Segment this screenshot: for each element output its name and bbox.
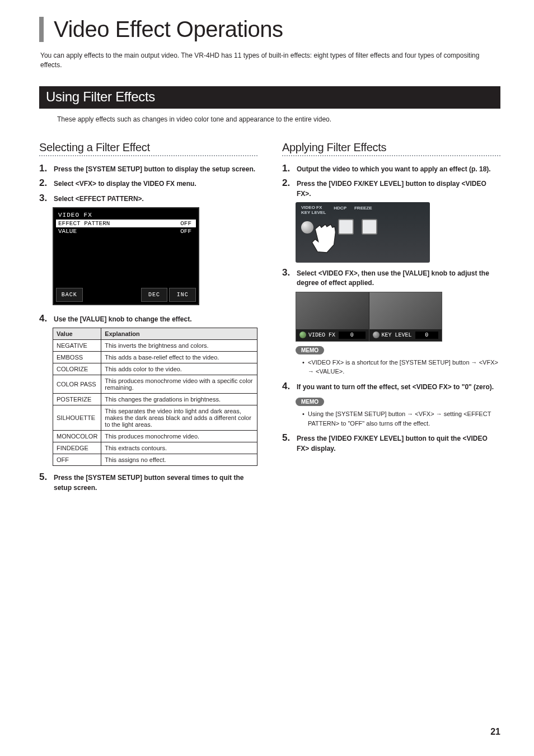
step-text: Press the [VIDEO FX/KEY LEVEL] button to…	[297, 434, 500, 454]
table-row: COLOR PASSThis produces monochrome video…	[53, 375, 257, 394]
menu-dec-button: DEC	[141, 288, 168, 302]
display-label: KEY LEVEL	[382, 332, 412, 338]
display-value: 0	[415, 332, 438, 339]
memo-badge: MEMO	[296, 346, 324, 354]
step-text: Press the [SYSTEM SETUP] button to displ…	[54, 165, 255, 174]
step-text: Press the [VIDEO FX/KEY LEVEL] button to…	[297, 179, 500, 199]
menu-row-value: OFF	[180, 220, 191, 227]
table-row: SILHOUETTEThis separates the video into …	[53, 405, 257, 431]
panel-label: HDCP	[334, 206, 346, 216]
table-cell-value: COLOR PASS	[53, 375, 101, 394]
intro-text: You can apply effects to the main output…	[40, 51, 500, 71]
menu-row-value: OFF	[180, 228, 191, 235]
table-cell-value: SILHOUETTE	[53, 405, 101, 431]
table-cell-value: FINDEDGE	[53, 442, 101, 454]
step-num: 3.	[282, 267, 292, 278]
step-num: 1.	[39, 163, 49, 174]
effects-table: Value Explanation NEGATIVEThis inverts t…	[53, 328, 257, 466]
th-explanation: Explanation	[101, 328, 257, 340]
menu-row-label: EFFECT PATTERN	[58, 220, 110, 227]
video-fx-display-screenshot: VIDEO FX0 KEY LEVEL0	[296, 292, 442, 342]
step-text: If you want to turn off the effect, set …	[297, 382, 494, 392]
table-row: FINDEDGEThis extracts contours.	[53, 442, 257, 454]
video-fx-menu-screenshot: VIDEO FX EFFECT PATTERNOFF VALUEOFF BACK…	[53, 207, 199, 305]
memo-badge: MEMO	[296, 398, 324, 406]
display-label: VIDEO FX	[308, 332, 335, 338]
table-cell-value: NEGATIVE	[53, 340, 101, 352]
page-number: 21	[490, 727, 500, 737]
table-cell-value: MONOCOLOR	[53, 431, 101, 442]
step-num: 2.	[39, 178, 49, 189]
menu-title: VIDEO FX	[56, 211, 196, 220]
divider	[39, 155, 257, 156]
step-text: Select <EFFECT PATTERN>.	[54, 194, 144, 204]
table-cell-explanation: This extracts contours.	[101, 442, 257, 454]
divider	[282, 155, 500, 156]
table-cell-value: OFF	[53, 454, 101, 466]
knob-icon	[299, 332, 306, 338]
table-row: POSTERIZEThis changes the gradations in …	[53, 394, 257, 405]
panel-label: FREEZE	[354, 206, 372, 216]
hand-pointer-icon	[303, 221, 343, 260]
table-row: NEGATIVEThis inverts the brightness and …	[53, 340, 257, 352]
step-text: Select <VIDEO FX>, then use the [VALUE] …	[297, 269, 500, 288]
table-cell-explanation: This inverts the brightness and colors.	[101, 340, 257, 352]
page-title: Video Effect Operations	[54, 17, 500, 42]
table-row: EMBOSSThis adds a base-relief effect to …	[53, 352, 257, 363]
table-cell-explanation: This produces monochrome video.	[101, 431, 257, 442]
heading-selecting: Selecting a Filter Effect	[39, 141, 257, 154]
table-row: COLORIZEThis adds color to the video.	[53, 363, 257, 375]
step-text: Select <VFX> to display the VIDEO FX men…	[54, 179, 196, 189]
menu-inc-button: INC	[169, 288, 196, 302]
display-value: 0	[339, 332, 365, 339]
table-cell-value: COLORIZE	[53, 363, 101, 375]
step-num: 1.	[282, 163, 292, 174]
table-cell-value: EMBOSS	[53, 352, 101, 363]
step-num: 3.	[39, 193, 49, 204]
table-cell-value: POSTERIZE	[53, 394, 101, 405]
hardware-panel-illustration: VIDEO FX KEY LEVEL HDCP FREEZE	[296, 202, 430, 263]
knob-icon	[373, 332, 380, 338]
table-cell-explanation: This separates the video into light and …	[101, 405, 257, 431]
table-row: OFFThis assigns no effect.	[53, 454, 257, 466]
heading-applying: Applying Filter Effects	[282, 141, 500, 154]
table-cell-explanation: This adds color to the video.	[101, 363, 257, 375]
panel-label: VIDEO FX KEY LEVEL	[301, 206, 326, 216]
hardware-button	[362, 219, 377, 235]
step-num: 5.	[39, 472, 49, 483]
using-intro: These apply effects such as changes in v…	[57, 115, 500, 123]
table-cell-explanation: This changes the gradations in brightnes…	[101, 394, 257, 405]
section-bar-using-filter: Using Filter Effects	[39, 86, 500, 109]
step-num: 5.	[282, 432, 292, 444]
memo-text: Using the [SYSTEM SETUP] button → <VFX> …	[302, 409, 500, 428]
step-text: Press the [SYSTEM SETUP] button several …	[54, 473, 257, 493]
table-cell-explanation: This adds a base-relief effect to the vi…	[101, 352, 257, 363]
step-num: 4.	[39, 313, 49, 324]
step-num: 4.	[282, 381, 292, 392]
step-num: 2.	[282, 178, 292, 189]
step-text: Output the video to which you want to ap…	[297, 165, 491, 174]
memo-text: <VIDEO FX> is a shortcut for the [SYSTEM…	[302, 358, 500, 376]
table-row: MONOCOLORThis produces monochrome video.	[53, 431, 257, 442]
menu-back-button: BACK	[56, 288, 83, 302]
menu-row-label: VALUE	[58, 228, 77, 235]
step-text: Use the [VALUE] knob to change the effec…	[54, 315, 191, 324]
th-value: Value	[53, 328, 101, 340]
table-cell-explanation: This produces monochrome video with a sp…	[101, 375, 257, 394]
table-cell-explanation: This assigns no effect.	[101, 454, 257, 466]
